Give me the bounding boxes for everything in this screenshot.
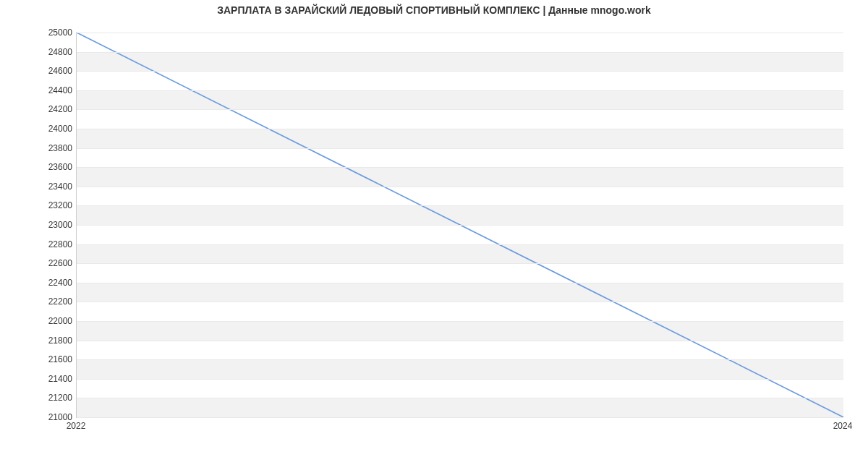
x-tick-label: 2022 bbox=[67, 421, 86, 431]
y-grid-line bbox=[77, 129, 843, 129]
y-tick-label: 21200 bbox=[7, 393, 72, 403]
y-grid-line bbox=[77, 379, 843, 380]
y-grid-line bbox=[77, 109, 843, 110]
y-grid-line bbox=[77, 263, 843, 264]
y-tick-label: 22400 bbox=[7, 278, 72, 288]
y-tick-label: 23200 bbox=[7, 200, 72, 210]
y-grid-line bbox=[77, 398, 843, 398]
y-grid-line bbox=[77, 33, 843, 33]
y-grid-line bbox=[77, 187, 843, 187]
y-grid-line bbox=[77, 417, 843, 418]
y-grid-line bbox=[77, 302, 843, 302]
y-tick-label: 23600 bbox=[7, 162, 72, 172]
y-grid-line bbox=[77, 148, 843, 149]
y-grid-line bbox=[77, 321, 843, 322]
y-grid-line bbox=[77, 225, 843, 226]
chart-title: ЗАРПЛАТА В ЗАРАЙСКИЙ ЛЕДОВЫЙ СПОРТИВНЫЙ … bbox=[0, 4, 868, 16]
plot-area bbox=[76, 33, 843, 418]
y-tick-label: 23800 bbox=[7, 143, 72, 153]
y-tick-label: 21600 bbox=[7, 354, 72, 364]
y-tick-label: 24000 bbox=[7, 124, 72, 134]
y-tick-label: 22000 bbox=[7, 316, 72, 326]
y-grid-line bbox=[77, 244, 843, 245]
y-tick-label: 21800 bbox=[7, 336, 72, 346]
y-tick-label: 21400 bbox=[7, 374, 72, 384]
y-tick-label: 22800 bbox=[7, 239, 72, 249]
chart-container: ЗАРПЛАТА В ЗАРАЙСКИЙ ЛЕДОВЫЙ СПОРТИВНЫЙ … bbox=[0, 0, 868, 470]
y-tick-label: 21000 bbox=[7, 412, 72, 422]
y-grid-line bbox=[77, 90, 843, 91]
x-tick-label: 2024 bbox=[833, 421, 853, 431]
y-grid-line bbox=[77, 52, 843, 53]
y-grid-line bbox=[77, 359, 843, 360]
y-tick-label: 24200 bbox=[7, 104, 72, 114]
y-tick-label: 23400 bbox=[7, 181, 72, 192]
y-grid-line bbox=[77, 71, 843, 72]
y-tick-label: 24400 bbox=[7, 85, 72, 95]
y-tick-label: 22600 bbox=[7, 258, 72, 268]
y-tick-label: 25000 bbox=[7, 27, 72, 38]
y-grid-line bbox=[77, 167, 843, 168]
y-tick-label: 23000 bbox=[7, 220, 72, 230]
y-grid-line bbox=[77, 205, 843, 206]
y-tick-label: 24800 bbox=[7, 47, 72, 57]
y-grid-line bbox=[77, 283, 843, 283]
y-grid-line bbox=[77, 341, 843, 341]
y-tick-label: 24600 bbox=[7, 66, 72, 76]
y-tick-label: 22200 bbox=[7, 296, 72, 307]
